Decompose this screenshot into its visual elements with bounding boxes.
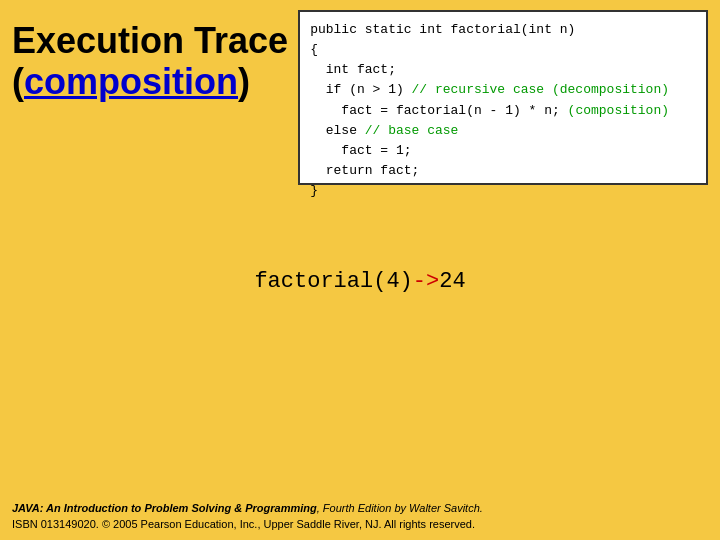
code-line-2: int fact; — [310, 60, 696, 80]
code-line-6: fact = 1; — [310, 141, 696, 161]
factorial-result: factorial(4)->24 — [254, 269, 465, 294]
title-line1: Execution Trace — [12, 20, 288, 61]
code-line-5: else // base case — [310, 121, 696, 141]
footer-line2: ISBN 013149020. © 2005 Pearson Education… — [12, 517, 708, 532]
code-line-3: if (n > 1) // recursive case (decomposit… — [310, 80, 696, 100]
trace-display: factorial(4)->24 — [12, 239, 708, 498]
execution-subtitle: (composition) — [12, 61, 288, 102]
footer: JAVA: An Introduction to Problem Solving… — [12, 497, 708, 532]
code-panel: public static int factorial(int n) { int… — [298, 10, 708, 185]
code-line-7: return fact; — [310, 161, 696, 181]
composition-text: composition — [24, 61, 238, 102]
left-panel: Execution Trace (composition) — [12, 10, 288, 239]
main-container: Execution Trace (composition) public sta… — [0, 0, 720, 540]
content-area: Execution Trace (composition) public sta… — [12, 10, 708, 239]
code-line-1: { — [310, 40, 696, 60]
execution-title: Execution Trace — [12, 20, 288, 61]
footer-line1: JAVA: An Introduction to Problem Solving… — [12, 501, 708, 516]
code-line-0: public static int factorial(int n) — [310, 20, 696, 40]
footer-edition: , Fourth Edition by Walter Savitch. — [317, 502, 483, 514]
arrow-part: -> — [413, 269, 439, 294]
code-line-8: } — [310, 181, 696, 201]
code-line-4: fact = factorial(n - 1) * n; (compositio… — [310, 101, 696, 121]
footer-book-title: JAVA: An Introduction to Problem Solving… — [12, 502, 317, 514]
